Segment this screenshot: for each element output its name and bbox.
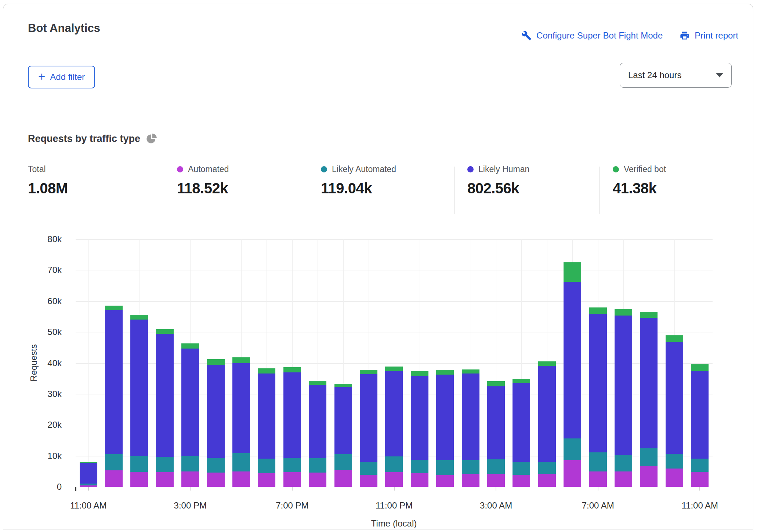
bar-segment-automated <box>564 460 581 487</box>
bar-stack-1-00-pm[interactable] <box>131 315 148 487</box>
page-title: Bot Analytics <box>28 22 100 35</box>
bar-segment-likely-human <box>564 282 581 438</box>
bar-segment-likely-human <box>283 372 301 458</box>
bar-segment-likely-automated <box>309 458 326 473</box>
y-tick-label: 50k <box>47 327 62 337</box>
configure-link-label: Configure Super Bot Fight Mode <box>536 30 663 41</box>
bar-stack-8-00-pm[interactable] <box>309 381 326 487</box>
bar-segment-automated <box>513 475 530 487</box>
bar-segment-likely-automated <box>207 458 225 473</box>
bar-segment-likely-human <box>411 376 428 460</box>
y-tick-label: 10k <box>47 451 62 461</box>
x-axis-title: Time (local) <box>371 518 417 529</box>
bar-slot <box>687 239 713 487</box>
bar-segment-likely-human <box>131 320 148 456</box>
add-filter-button[interactable]: + Add filter <box>28 66 95 88</box>
bar-stack-5-00-pm[interactable] <box>232 357 250 487</box>
bar-segment-likely-automated <box>462 460 479 474</box>
bar-stack-2-00-am[interactable] <box>462 369 479 487</box>
bar-segment-verified-bot <box>589 307 607 314</box>
bar-stack-4-00-pm[interactable] <box>207 359 225 487</box>
bar-segment-automated <box>105 470 123 487</box>
bar-segment-automated <box>131 472 148 487</box>
bar-stack-9-00-am[interactable] <box>640 312 658 487</box>
bar-segment-verified-bot <box>156 329 174 334</box>
bar-stack-6-00-am[interactable] <box>564 262 581 487</box>
bar-stack-11-00-am[interactable] <box>691 364 709 487</box>
bar-segment-automated <box>538 474 556 487</box>
bar-segment-likely-automated <box>666 454 683 469</box>
bar-segment-likely-human <box>207 365 225 458</box>
verified-bot-dot-icon <box>613 166 619 172</box>
bar-segment-verified-bot <box>131 315 148 320</box>
bar-stack-3-00-am[interactable] <box>487 381 505 487</box>
bar-segment-likely-automated <box>360 462 377 475</box>
bar-slot <box>330 239 356 487</box>
plot-area: 010k20k30k40k50k60k70k80k11:00 AM3:00 PM… <box>76 239 713 487</box>
bar-stack-12-00-pm[interactable] <box>105 306 123 487</box>
time-range-select[interactable]: Last 24 hours <box>620 63 732 88</box>
bar-stack-4-00-am[interactable] <box>513 379 530 487</box>
y-tick-label: 60k <box>47 296 62 306</box>
bar-segment-verified-bot <box>309 381 326 385</box>
bar-segment-likely-automated <box>436 460 454 475</box>
bar-stack-11-00-am[interactable] <box>80 462 97 487</box>
bar-segment-likely-automated <box>283 458 301 473</box>
bar-stack-7-00-pm[interactable] <box>283 367 301 487</box>
bar-segment-likely-human <box>181 349 199 456</box>
bar-segment-likely-automated <box>691 459 709 471</box>
bar-slot <box>152 239 177 487</box>
pie-chart-icon <box>146 133 157 145</box>
bar-segment-likely-human <box>462 374 479 460</box>
bar-slot <box>101 239 126 487</box>
stat-likely-human-label: Likely Human <box>478 164 529 174</box>
bar-slot <box>76 239 101 487</box>
bar-segment-likely-automated <box>105 454 123 470</box>
x-tick-label: 3:00 AM <box>480 500 512 511</box>
bar-segment-automated <box>360 475 377 487</box>
bar-segment-automated <box>666 469 683 487</box>
bar-stack-7-00-am[interactable] <box>589 307 607 487</box>
bar-stack-2-00-pm[interactable] <box>156 329 174 487</box>
bar-stack-9-00-pm[interactable] <box>334 384 352 487</box>
bar-segment-likely-human <box>105 310 123 454</box>
stat-total-label: Total <box>28 164 46 174</box>
header-links: Configure Super Bot Fight Mode Print rep… <box>521 30 738 41</box>
bar-segment-likely-automated <box>615 455 632 471</box>
bar-segment-likely-automated <box>156 457 174 472</box>
bar-segment-verified-bot <box>207 359 225 364</box>
bar-stack-6-00-pm[interactable] <box>258 368 276 487</box>
bar-stack-10-00-pm[interactable] <box>360 370 377 487</box>
stat-automated-label: Automated <box>188 164 229 174</box>
print-report-link[interactable]: Print report <box>680 30 738 41</box>
bar-slot <box>279 239 305 487</box>
bar-stack-1-00-am[interactable] <box>436 370 454 487</box>
stat-likely-human: Likely Human 802.56k <box>467 164 529 197</box>
time-range-value: Last 24 hours <box>628 70 681 80</box>
bar-segment-automated <box>436 475 454 487</box>
bar-stack-8-00-am[interactable] <box>615 309 632 487</box>
bar-segment-automated <box>615 471 632 487</box>
bar-stack-12-00-am[interactable] <box>411 371 428 487</box>
bar-segment-verified-bot <box>640 312 658 318</box>
bar-stack-3-00-pm[interactable] <box>181 343 199 487</box>
bar-segment-verified-bot <box>513 379 530 383</box>
y-axis-title: Requests <box>29 344 39 381</box>
bar-segment-likely-human <box>691 371 709 459</box>
bar-segment-verified-bot <box>538 361 556 366</box>
configure-super-bot-fight-mode-link[interactable]: Configure Super Bot Fight Mode <box>521 30 663 41</box>
bar-slot <box>636 239 662 487</box>
bar-slot <box>254 239 279 487</box>
printer-icon <box>680 30 690 41</box>
bar-segment-automated <box>385 472 403 487</box>
y-tick-label: 80k <box>47 234 62 244</box>
bar-stack-11-00-pm[interactable] <box>385 367 403 487</box>
section-bottom-divider <box>3 529 753 529</box>
bar-slot <box>178 239 203 487</box>
bar-stack-5-00-am[interactable] <box>538 361 556 487</box>
bar-stack-10-00-am[interactable] <box>666 335 683 487</box>
stat-automated-value: 118.52k <box>177 180 229 197</box>
bar-segment-verified-bot <box>487 381 505 386</box>
bar-segment-automated <box>487 474 505 487</box>
bar-slot <box>381 239 407 487</box>
